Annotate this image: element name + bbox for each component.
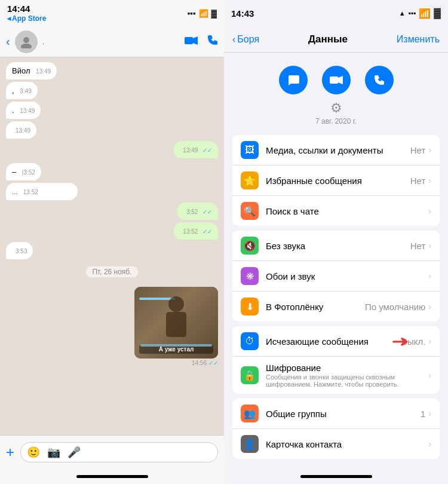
video-call-icon[interactable] bbox=[185, 35, 198, 48]
list-item: Вйол 13:49 bbox=[6, 62, 57, 79]
msg-time: 14:56 bbox=[192, 360, 207, 366]
settings-list: 🖼 Медиа, ссылки и документы Нет › ⭐ Избр… bbox=[224, 130, 448, 468]
card-label: Карточка контакта bbox=[266, 439, 428, 449]
list-item: 13:52 ✓✓ bbox=[173, 222, 218, 240]
media-label: Медиа, ссылки и документы bbox=[266, 145, 410, 155]
add-attachment-button[interactable]: + bbox=[6, 444, 14, 461]
chevron-right-icon: › bbox=[428, 409, 431, 418]
mute-label: Без звука bbox=[266, 241, 410, 251]
wallpaper-icon: ❋ bbox=[241, 267, 259, 285]
signal-icon: ▪▪▪ bbox=[409, 9, 416, 17]
msg-check: ✓✓ bbox=[208, 360, 218, 366]
chevron-right-icon: › bbox=[428, 241, 431, 250]
list-item: 3:53 bbox=[6, 242, 33, 259]
date-divider: Пт, 26 нояб. bbox=[86, 266, 137, 277]
home-bar bbox=[300, 475, 372, 478]
encrypt-sublabel: Сообщения и звонки защищены сквозным шиф… bbox=[266, 373, 428, 388]
svg-point-1 bbox=[21, 44, 32, 48]
settings-row-card[interactable]: 👤 Карточка контакта › bbox=[232, 429, 440, 459]
message-action-button[interactable] bbox=[279, 66, 308, 94]
settings-section-3: ⏱ Исчезающие сообщения ➜ Выкл. › 🔒 Шифро… bbox=[232, 326, 440, 394]
chevron-right-icon: › bbox=[428, 271, 431, 281]
list-item: ... 13:52 bbox=[6, 183, 78, 200]
right-nav: ‹ Боря Данные Изменить bbox=[224, 26, 448, 53]
settings-row-groups[interactable]: 👥 Общие группы 1 › bbox=[232, 399, 440, 429]
chat-name-area: . bbox=[42, 38, 180, 46]
chevron-left-icon: ‹ bbox=[232, 34, 235, 45]
groups-icon: 👥 bbox=[241, 405, 259, 422]
media-icon: 🖼 bbox=[241, 141, 259, 159]
chevron-right-icon: › bbox=[428, 206, 431, 216]
back-button[interactable]: ‹ bbox=[6, 35, 10, 48]
chat-header: ‹ . bbox=[0, 26, 224, 57]
svg-point-0 bbox=[23, 37, 29, 43]
settings-row-starred[interactable]: ⭐ Избранные сообщения Нет › bbox=[232, 166, 440, 196]
sticker-icon[interactable]: 🙂 bbox=[27, 446, 40, 459]
battery-icon: ▓ bbox=[434, 8, 441, 19]
wifi-icon: 📶 bbox=[419, 8, 431, 19]
settings-section-1: 🖼 Медиа, ссылки и документы Нет › ⭐ Избр… bbox=[232, 135, 440, 226]
msg-text: – bbox=[12, 167, 16, 176]
settings-row-search[interactable]: 🔍 Поиск в чате › bbox=[232, 196, 440, 226]
phone-icon[interactable] bbox=[207, 35, 218, 48]
encrypt-label: Шифрование bbox=[266, 363, 428, 373]
list-item: , 3:49 bbox=[6, 82, 38, 99]
list-item: 13:49 ✓✓ bbox=[173, 141, 218, 158]
home-bar bbox=[76, 475, 148, 478]
save-label: В Фотоплёнку bbox=[266, 302, 365, 312]
share-contact-button[interactable]: Поделиться контактом bbox=[224, 464, 448, 468]
settings-row-encrypt[interactable]: 🔒 Шифрование Сообщения и звонки защищены… bbox=[232, 357, 440, 394]
mute-value: Нет bbox=[410, 241, 426, 251]
left-status-icons: ▪▪▪ 📶 ▓ bbox=[188, 9, 217, 18]
list-item: . 13:49 bbox=[6, 102, 41, 119]
starred-icon: ⭐ bbox=[241, 171, 259, 189]
settings-section-2: 🔇 Без звука Нет › ❋ Обои и звук › ⬇ В Фо… bbox=[232, 231, 440, 321]
starred-label: Избранные сообщения bbox=[266, 176, 410, 186]
settings-row-media[interactable]: 🖼 Медиа, ссылки и документы Нет › bbox=[232, 135, 440, 166]
right-status-icons: ▲ ▪▪▪ 📶 ▓ bbox=[399, 8, 441, 19]
home-indicator bbox=[224, 468, 448, 484]
svg-rect-6 bbox=[330, 76, 338, 84]
msg-text: ... bbox=[12, 188, 17, 195]
microphone-icon[interactable]: 🎤 bbox=[67, 446, 81, 459]
signal-icon: ▪▪▪ bbox=[188, 9, 196, 18]
groups-value: 1 bbox=[421, 409, 425, 419]
right-status-bar: 14:43 ▲ ▪▪▪ 📶 ▓ bbox=[224, 0, 448, 26]
msg-text: , bbox=[12, 86, 14, 95]
left-status-bar: 14:44 ◂ App Store ▪▪▪ 📶 ▓ bbox=[0, 0, 224, 26]
settings-row-disappear[interactable]: ⏱ Исчезающие сообщения ➜ Выкл. › bbox=[232, 326, 440, 357]
message-input[interactable]: 🙂 📷 🎤 bbox=[20, 442, 218, 462]
chevron-right-icon: › bbox=[428, 176, 431, 185]
card-icon: 👤 bbox=[241, 435, 259, 453]
list-item: А уже устал 14:56 ✓✓ bbox=[134, 287, 218, 366]
contact-actions bbox=[279, 66, 394, 94]
groups-label: Общие группы bbox=[266, 409, 421, 419]
back-button[interactable]: ‹ Боря bbox=[232, 34, 259, 45]
right-panel: 14:43 ▲ ▪▪▪ 📶 ▓ ‹ Боря Данные Изменить bbox=[224, 0, 448, 484]
media-value: Нет bbox=[410, 145, 426, 155]
video-action-button[interactable] bbox=[322, 66, 351, 94]
chat-name: . bbox=[42, 38, 180, 46]
settings-row-wallpaper[interactable]: ❋ Обои и звук › bbox=[232, 261, 440, 292]
list-item: 13:49 bbox=[6, 121, 36, 139]
svg-rect-2 bbox=[185, 37, 193, 44]
camera-icon[interactable]: 📷 bbox=[47, 446, 60, 459]
contact-date: 7 авг. 2020 г. bbox=[315, 117, 357, 125]
settings-row-mute[interactable]: 🔇 Без звука Нет › bbox=[232, 231, 440, 261]
chevron-right-icon: › bbox=[428, 302, 431, 311]
lock-icon: 🔒 bbox=[241, 366, 259, 384]
red-arrow-icon: ➜ bbox=[391, 332, 410, 351]
chat-action-icons bbox=[185, 35, 218, 48]
mute-icon: 🔇 bbox=[241, 237, 259, 255]
encrypt-text-area: Шифрование Сообщения и звонки защищены с… bbox=[266, 363, 428, 388]
avatar[interactable] bbox=[15, 30, 38, 53]
edit-button[interactable]: Изменить bbox=[397, 34, 440, 45]
gear-icon: ⚙ bbox=[330, 100, 342, 116]
starred-value: Нет bbox=[410, 176, 426, 186]
phone-action-button[interactable] bbox=[365, 66, 394, 94]
left-back-link[interactable]: ◂ App Store bbox=[7, 14, 46, 23]
search-icon: 🔍 bbox=[241, 202, 259, 220]
settings-section-4: 👥 Общие группы 1 › 👤 Карточка контакта › bbox=[232, 399, 440, 459]
settings-row-save[interactable]: ⬇ В Фотоплёнку По умолчанию › bbox=[232, 292, 440, 321]
search-label: Поиск в чате bbox=[266, 206, 428, 216]
